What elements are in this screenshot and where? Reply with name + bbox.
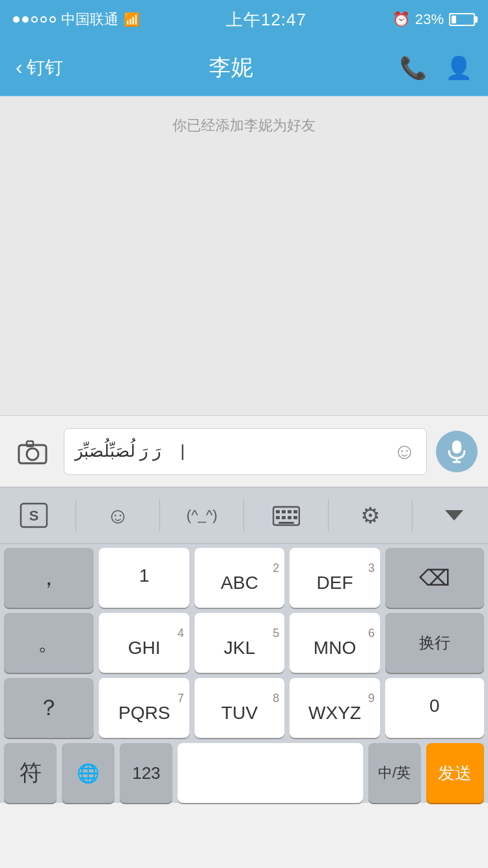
emoji-toolbar-button[interactable]: ☺: [92, 496, 144, 535]
signal-dot-1: [13, 16, 20, 23]
friend-notice: 你已经添加李妮为好友: [172, 116, 316, 135]
svg-text:S: S: [29, 508, 39, 524]
profile-icon[interactable]: 👤: [445, 55, 472, 81]
input-area: رَ رَ لُصَبِّلُصَبِّرَ ‍ ‍ ‍ ‍| ☺: [0, 415, 488, 487]
key-delete[interactable]: ⌫: [385, 548, 484, 608]
svg-rect-16: [293, 516, 297, 519]
nav-title: 李妮: [209, 53, 253, 83]
swipe-keyboard-button[interactable]: S: [8, 496, 60, 535]
svg-rect-17: [278, 522, 294, 524]
key-0[interactable]: 0: [385, 678, 484, 738]
kaomoji-button[interactable]: (^_^): [176, 496, 228, 535]
key-9-num: 9: [368, 692, 375, 704]
separator-4: [328, 499, 329, 532]
key-tuv-label: TUV: [221, 704, 258, 722]
svg-point-1: [27, 448, 38, 460]
signal-dot-2: [22, 16, 29, 23]
key-3-num: 3: [368, 562, 375, 574]
key-globe[interactable]: 🌐: [62, 743, 115, 803]
svg-rect-13: [276, 516, 280, 519]
separator-3: [243, 499, 244, 532]
delete-icon: ⌫: [419, 565, 450, 591]
phone-icon[interactable]: 📞: [400, 55, 427, 81]
key-ghi-label: GHI: [128, 639, 161, 657]
key-jkl[interactable]: 5 JKL: [195, 613, 284, 673]
keyboard-row-2: 。 4 GHI 5 JKL 6 MNO 换行: [4, 613, 484, 673]
key-symbol[interactable]: 符: [4, 743, 57, 803]
key-wxyz[interactable]: 9 WXYZ: [290, 678, 379, 738]
key-abc[interactable]: 2 ABC: [195, 548, 284, 608]
keyboard-row-4: 符 🌐 123 中/英 发送: [4, 743, 484, 803]
back-label: 钉钉: [27, 55, 63, 80]
nav-icons: 📞 👤: [400, 55, 472, 81]
globe-icon: 🌐: [77, 763, 100, 784]
svg-rect-10: [282, 510, 286, 513]
key-enter[interactable]: 换行: [385, 613, 484, 673]
key-2-num: 2: [273, 562, 279, 574]
key-abc-label: ABC: [221, 574, 258, 592]
key-send[interactable]: 发送: [426, 743, 484, 803]
svg-rect-3: [452, 441, 461, 454]
separator-1: [75, 499, 76, 532]
key-space[interactable]: [178, 743, 362, 803]
key-0-label: 0: [429, 697, 440, 715]
back-arrow-icon: ‹: [16, 55, 23, 79]
svg-rect-2: [27, 441, 33, 446]
wifi-icon: 📶: [124, 12, 140, 27]
key-1[interactable]: 1: [99, 548, 189, 608]
key-def-label: DEF: [317, 574, 353, 592]
send-label: 发送: [438, 762, 472, 785]
key-pqrs[interactable]: 7 PQRS: [99, 678, 189, 738]
enter-label: 换行: [419, 632, 450, 653]
key-1-label: 1: [139, 567, 150, 585]
battery-indicator: [449, 13, 475, 26]
svg-rect-12: [293, 510, 297, 513]
key-6-num: 6: [368, 627, 375, 639]
status-time: 上午12:47: [226, 8, 306, 31]
key-8-num: 8: [273, 692, 279, 704]
key-4-num: 4: [178, 627, 184, 639]
key-def[interactable]: 3 DEF: [290, 548, 379, 608]
keyboard-row-1: ， 1 2 ABC 3 DEF ⌫: [4, 548, 484, 608]
keyboard: ， 1 2 ABC 3 DEF ⌫ 。 4 GHI 5 JKL 6: [0, 544, 488, 803]
separator-2: [159, 499, 160, 532]
key-tuv[interactable]: 8 TUV: [195, 678, 284, 738]
nav-bar: ‹ 钉钉 李妮 📞 👤: [0, 39, 488, 96]
key-comma-label: ，: [38, 563, 60, 593]
key-ghi[interactable]: 4 GHI: [99, 613, 189, 673]
signal-dot-4: [40, 16, 47, 23]
hide-keyboard-button[interactable]: [428, 496, 480, 535]
key-123-label: 123: [132, 763, 160, 783]
status-left: 中国联通 📶: [13, 10, 140, 29]
key-period[interactable]: 。: [4, 613, 94, 673]
battery-fill: [452, 16, 456, 23]
key-mno[interactable]: 6 MNO: [290, 613, 379, 673]
emoji-button[interactable]: ☺: [393, 439, 416, 464]
key-symbol-label: 符: [20, 758, 42, 788]
key-jkl-label: JKL: [224, 639, 255, 657]
key-wxyz-label: WXYZ: [308, 704, 361, 722]
carrier-label: 中国联通: [61, 10, 118, 29]
status-right: ⏰ 23%: [392, 11, 475, 28]
key-lang[interactable]: 中/英: [368, 743, 421, 803]
settings-button[interactable]: ⚙: [344, 496, 396, 535]
keyboard-switch-button[interactable]: [260, 496, 312, 535]
key-question[interactable]: ？: [4, 678, 94, 738]
input-text: رَ رَ لُصَبِّلُصَبِّرَ ‍ ‍ ‍ ‍|: [75, 441, 388, 461]
camera-button[interactable]: [10, 429, 55, 474]
status-bar: 中国联通 📶 上午12:47 ⏰ 23%: [0, 0, 488, 39]
key-5-num: 5: [273, 627, 279, 639]
key-mno-label: MNO: [314, 639, 356, 657]
svg-rect-15: [288, 516, 291, 519]
battery-bar: [449, 13, 475, 26]
back-button[interactable]: ‹ 钉钉: [16, 55, 63, 80]
battery-percent: 23%: [415, 11, 444, 28]
key-lang-label: 中/英: [378, 763, 411, 783]
chat-area: 你已经添加李妮为好友: [0, 96, 488, 415]
mic-button[interactable]: [436, 431, 478, 472]
key-comma[interactable]: ，: [4, 548, 94, 608]
key-question-label: ？: [38, 693, 60, 723]
key-pqrs-label: PQRS: [118, 704, 170, 722]
key-123[interactable]: 123: [120, 743, 172, 803]
text-input-field[interactable]: رَ رَ لُصَبِّلُصَبِّرَ ‍ ‍ ‍ ‍| ☺: [64, 428, 427, 475]
